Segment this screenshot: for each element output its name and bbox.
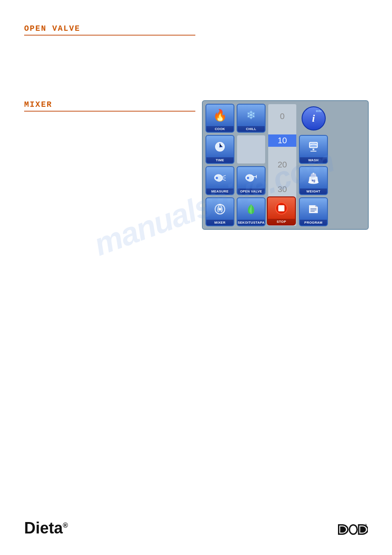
num-30[interactable]: 30	[268, 183, 296, 196]
num-10[interactable]: 10	[268, 134, 296, 147]
page-footer: Dieta® ®	[24, 519, 368, 537]
clock-icon-v2	[212, 140, 227, 153]
dieta-brand: Dieta®	[24, 519, 68, 537]
wash-svg-icon	[306, 140, 321, 153]
measure-button-v2[interactable]: MEASURE	[205, 166, 234, 195]
cook-label-v2: COOK	[206, 126, 234, 132]
svg-point-32	[349, 525, 357, 534]
svg-point-19	[216, 177, 218, 179]
measure-label-v2: MEASURE	[206, 189, 234, 194]
mixer-svg-icon	[212, 203, 227, 216]
sekoitustapa-svg-icon	[244, 203, 259, 216]
svg-point-14	[219, 146, 221, 147]
open-valve-button-v2[interactable]: OPEN VALVE	[237, 166, 266, 195]
stop-button[interactable]: STOP	[267, 196, 296, 225]
stop-icon	[273, 197, 289, 219]
svg-rect-27	[310, 208, 316, 209]
num-20[interactable]: 20	[268, 159, 296, 171]
svg-rect-16	[310, 143, 317, 147]
svg-rect-18	[310, 151, 316, 152]
info-cell: info i	[299, 104, 328, 133]
info-button-v2[interactable]: info i	[302, 106, 326, 131]
page-header: OPEN VALVE	[0, 0, 392, 40]
mixer-icon-v2	[206, 198, 234, 220]
weight-label-v2: WEIGHT	[300, 189, 327, 194]
wash-icon-v2	[300, 136, 327, 157]
weight-icon-v2: kg	[300, 167, 327, 189]
open-valve-svg-icon	[244, 171, 259, 185]
cook-button-v2[interactable]: 🔥 COOK	[205, 104, 234, 133]
svg-text:®: ®	[365, 524, 367, 527]
stop-label: STOP	[268, 219, 295, 225]
chill-label-v2: CHILL	[237, 126, 265, 132]
svg-rect-17	[313, 149, 314, 150]
program-button-v2[interactable]: PROGRAM	[299, 197, 328, 226]
mixer-title: MIXER	[24, 100, 195, 112]
measure-svg-icon	[212, 171, 227, 185]
sekoitustapa-icon-v2	[237, 198, 265, 220]
svg-rect-28	[310, 210, 316, 210]
weight-svg-icon: kg	[306, 171, 321, 185]
num-0[interactable]: 0	[268, 110, 296, 123]
time-icon-v2	[206, 136, 234, 157]
dod-brand: ®	[337, 522, 368, 537]
info-badge-v2: info	[316, 109, 322, 112]
svg-text:kg: kg	[312, 179, 315, 182]
stop-svg-icon	[273, 201, 289, 215]
sekoitustapa-button-v2[interactable]: SEKOITUSTAPA	[237, 197, 266, 226]
mixer-button-v2[interactable]: MIXER	[205, 197, 234, 226]
program-icon-v2	[300, 198, 327, 220]
svg-rect-31	[278, 205, 284, 211]
weight-button-v2[interactable]: kg WEIGHT	[299, 166, 328, 195]
dieta-superscript: ®	[63, 522, 68, 529]
chill-icon-v2: ❄	[237, 105, 265, 126]
svg-point-26	[219, 208, 221, 210]
open-valve-title: OPEN VALVE	[24, 24, 195, 36]
info-icon-v2: i	[312, 112, 315, 124]
empty-r2c2-v2	[237, 135, 266, 164]
dieta-text: Dieta	[24, 519, 63, 537]
program-svg-icon	[306, 203, 321, 216]
open-valve-icon-v2	[237, 167, 265, 189]
chill-button-v2[interactable]: ❄ CHILL	[237, 104, 266, 133]
measure-icon-v2	[206, 167, 234, 189]
sekoitustapa-label-v2: SEKOITUSTAPA	[237, 220, 265, 225]
svg-rect-22	[313, 173, 314, 174]
open-valve-label-v2: OPEN VALVE	[237, 189, 265, 194]
dod-logo-svg: ®	[337, 522, 368, 537]
svg-rect-29	[310, 211, 315, 212]
program-label-v2: PROGRAM	[300, 220, 327, 225]
mixer-section: MIXER	[24, 100, 195, 112]
wash-button-v2[interactable]: WASH	[299, 135, 328, 164]
cook-icon-v2: 🔥	[206, 105, 234, 126]
svg-point-20	[247, 177, 249, 179]
wash-label-v2: WASH	[300, 157, 327, 163]
time-label-v2: TIME	[206, 157, 234, 163]
mixer-label-v2: MIXER	[206, 220, 234, 225]
time-button-v2[interactable]: TIME	[205, 135, 234, 164]
